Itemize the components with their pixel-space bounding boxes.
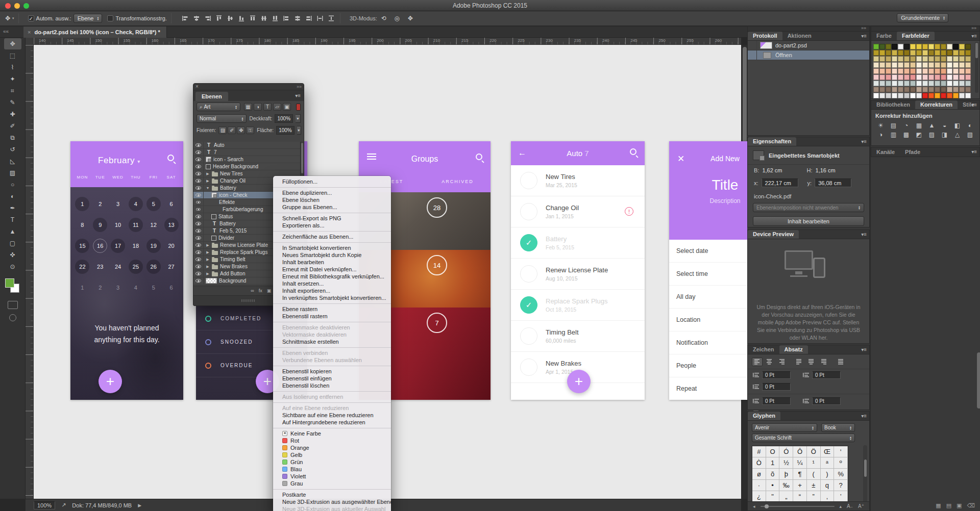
panel-menu-icon[interactable]: ▾≡ [295,93,301,98]
layer-row-header-background[interactable]: Header Background [193,163,304,170]
menu-item-schnittmaske-erstellen[interactable]: Schnittmaske erstellen [273,338,391,345]
color-swatch[interactable] [965,93,971,98]
blend-mode-select[interactable]: Normal ▲▼ [197,114,247,123]
panel-close-icon[interactable]: × [195,84,199,90]
history-step-öffnen[interactable]: Öffnen [748,50,869,60]
color-swatch[interactable] [873,93,879,98]
glyph-size-up-icon[interactable]: A⁺ [858,503,864,509]
path-select-tool[interactable]: ▲ [4,226,21,237]
color-swatch[interactable] [947,74,952,80]
color-swatch[interactable] [947,81,952,86]
color-swatch[interactable] [916,74,922,80]
glyph-cell[interactable]: “ [793,491,807,502]
layer-style-icon[interactable]: fx [259,288,262,293]
history-step-do-part2-psd[interactable]: do-part2.psd [748,41,869,50]
color-swatch[interactable] [935,50,940,56]
color-swatch[interactable] [953,50,959,56]
status-options-arrow[interactable]: ▶ [138,503,141,508]
indent-right-input[interactable]: 0 Pt [812,371,841,379]
visibility-eye-icon[interactable] [193,213,204,220]
levels-icon[interactable]: ▤ [887,121,900,130]
align-right-icon[interactable] [203,14,212,23]
blur-tool[interactable]: ○ [4,179,21,190]
layer-mask-icon[interactable]: ▣ [267,288,272,293]
color-swatch[interactable] [965,50,971,56]
indent-left-input[interactable]: 0 Pt [762,371,791,379]
dist-right-icon[interactable] [304,14,313,23]
glyph-cell[interactable]: % [834,469,848,480]
color-swatch[interactable] [892,44,897,49]
glyph-cell[interactable]: ‚ [821,491,835,502]
menu-item-inhalt-bearbeiten[interactable]: Inhalt bearbeiten [273,259,391,266]
align-center-v-icon[interactable] [226,14,235,23]
color-swatch[interactable] [947,50,952,56]
gradient-map-icon[interactable]: ▧ [964,130,976,139]
3d-rotate-icon[interactable]: ⟲ [379,14,388,23]
color-swatch[interactable] [959,93,965,98]
color-swatch[interactable] [910,44,916,49]
glyph-zoom-out-icon[interactable]: ◂ [753,504,755,509]
visibility-eye-icon[interactable] [193,227,204,235]
color-swatch[interactable] [935,56,940,62]
dock-list-icon[interactable]: ▤ [946,502,951,509]
glyph-cell[interactable]: • [766,480,780,491]
menu-item-violett[interactable]: Violett [273,473,391,480]
glyph-cell[interactable]: 1 [766,457,780,469]
color-swatch[interactable] [910,81,916,86]
quick-mask-button[interactable] [8,301,18,309]
color-swatch[interactable] [928,93,934,98]
glyph-cell[interactable]: º [834,457,848,469]
panel-menu-icon[interactable]: ▾≡ [971,149,977,155]
color-swatch[interactable] [922,50,928,56]
photo-filter-icon[interactable]: ◑ [874,130,887,139]
glyph-cell[interactable]: Ó [779,446,793,457]
eyedropper-tool[interactable]: ✎ [4,97,21,108]
color-swatch[interactable] [898,44,903,49]
align-jall-button[interactable] [836,357,846,366]
color-swatch[interactable] [879,81,885,86]
color-swatch[interactable] [941,93,946,98]
glyph-zoom-slider[interactable] [761,506,835,507]
menu-item-neues-smartobjekt-durch-kopie[interactable]: Neues Smartobjekt durch Kopie [273,251,391,259]
glyph-cell[interactable]: ‰ [779,480,793,491]
threshold-icon[interactable]: ◨ [938,130,951,139]
color-swatch[interactable] [873,56,879,62]
align-top-icon[interactable] [214,14,224,23]
color-swatch[interactable] [898,93,903,98]
color-swatch[interactable] [904,62,910,68]
color-swatch[interactable] [953,44,959,49]
color-swatch[interactable] [910,93,916,98]
color-swatch[interactable] [904,56,910,62]
visibility-eye-icon[interactable] [193,206,204,213]
color-swatch[interactable] [904,74,910,80]
shape-tool[interactable]: ▢ [4,238,21,249]
dock-new-icon[interactable]: ▣ [957,502,962,509]
menu-item-ebene-rastern[interactable]: Ebene rastern [273,305,391,313]
workspace-switcher[interactable]: Grundelemente ▲▼ [897,13,948,22]
glyph-cell[interactable]: " [766,491,780,502]
vertical-ruler[interactable] [26,45,34,499]
menu-item-grün[interactable]: Grün [273,458,391,466]
color-swatch[interactable] [941,87,946,92]
panel-menu-icon[interactable]: ▾≡ [971,33,977,39]
color-swatch[interactable] [935,62,940,68]
visibility-eye-icon[interactable] [193,170,204,177]
menu-item-rot[interactable]: Rot [273,437,391,444]
menu-item-ebenenstil-kopieren[interactable]: Ebenenstil kopieren [273,368,391,375]
tab-aktionen[interactable]: Aktionen [782,32,817,40]
opacity-field[interactable]: 100% [275,114,293,123]
menu-item-ebenenstil-löschen[interactable]: Ebenenstil löschen [273,382,391,389]
color-swatch[interactable] [916,68,922,74]
hue-saturation-icon[interactable]: ◒ [938,121,951,130]
move-tool[interactable]: ✥ [4,38,21,49]
color-swatch[interactable] [953,56,959,62]
lock-all-icon[interactable]: ⚿ [246,126,254,134]
move-tool-icon[interactable]: ✥ [5,15,10,22]
menu-item-erneut-mit-datei-verknüpfen[interactable]: Erneut mit Datei verknüpfen... [273,266,391,273]
tab-ebenen[interactable]: Ebenen [195,92,228,101]
type-tool[interactable]: T [4,214,21,225]
glyph-cell[interactable]: ¼ [793,457,807,469]
color-swatch[interactable] [904,81,910,86]
glyph-cell[interactable]: ” [807,491,821,502]
glyph-cell[interactable]: Ô [793,446,807,457]
